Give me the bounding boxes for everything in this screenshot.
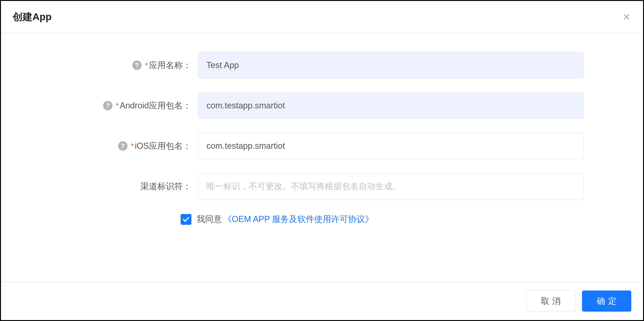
app-name-input[interactable] — [198, 52, 584, 78]
label-col: ? * Android应用包名： — [13, 100, 198, 111]
agreement-link[interactable]: 《OEM APP 服务及软件使用许可协议》 — [223, 214, 374, 225]
modal-footer: 取消 确定 — [1, 282, 643, 320]
input-col — [198, 173, 584, 199]
form-row-channel-id: 渠道标识符： — [13, 173, 631, 199]
modal-title: 创建App — [13, 10, 52, 23]
form-row-app-name: ? * 应用名称： — [13, 52, 631, 78]
required-mark: * — [131, 141, 134, 151]
input-col — [198, 92, 584, 119]
agreement-checkbox[interactable] — [180, 214, 192, 225]
form-row-ios-package: ? * iOS应用包名： — [13, 133, 631, 159]
help-icon[interactable]: ? — [118, 141, 128, 151]
channel-id-input[interactable] — [198, 173, 584, 199]
android-package-input[interactable] — [198, 92, 584, 119]
input-col — [198, 52, 584, 78]
create-app-modal: 创建App ? * 应用名称： ? * Android应用包名： — [1, 1, 643, 320]
required-mark: * — [145, 61, 148, 70]
label-col: ? * iOS应用包名： — [13, 140, 198, 152]
ios-package-input[interactable] — [198, 133, 584, 159]
agreement-prefix: 我同意 — [196, 214, 222, 225]
help-icon[interactable]: ? — [103, 101, 112, 110]
form-row-android-package: ? * Android应用包名： — [13, 92, 631, 119]
input-col — [198, 133, 584, 159]
agreement-row: 我同意 《OEM APP 服务及软件使用许可协议》 — [13, 214, 631, 225]
close-icon[interactable] — [622, 12, 631, 21]
label-col: ? * 应用名称： — [13, 60, 198, 71]
required-mark: * — [116, 101, 119, 110]
modal-body: ? * 应用名称： ? * Android应用包名： ? * iOS应用包名： — [1, 33, 643, 282]
android-package-label: Android应用包名： — [120, 100, 191, 111]
cancel-button[interactable]: 取消 — [526, 291, 576, 312]
channel-id-label: 渠道标识符： — [140, 181, 191, 192]
app-name-label: 应用名称： — [149, 60, 191, 71]
modal-header: 创建App — [1, 1, 643, 33]
help-icon[interactable]: ? — [132, 60, 142, 70]
confirm-button[interactable]: 确定 — [582, 291, 631, 312]
label-col: 渠道标识符： — [13, 181, 198, 192]
ios-package-label: iOS应用包名： — [135, 140, 191, 152]
